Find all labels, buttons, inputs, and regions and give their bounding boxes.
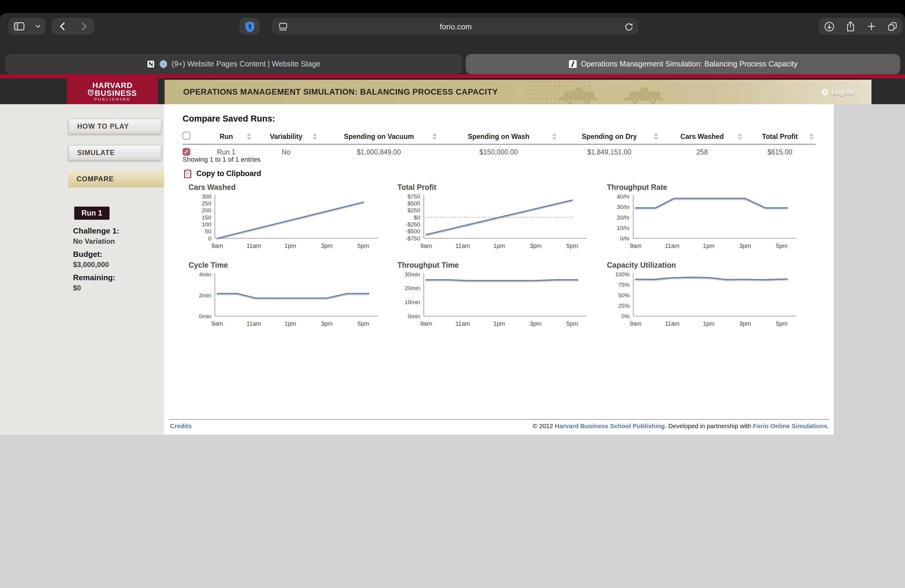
svg-text:1pm: 1pm (703, 320, 714, 327)
logo-line2: BUSINESS (95, 89, 137, 97)
svg-text:3pm: 3pm (740, 243, 751, 249)
svg-text:100: 100 (202, 221, 211, 227)
svg-text:11am: 11am (665, 320, 680, 327)
svg-text:20min: 20min (405, 285, 420, 291)
chart-title: Capacity Utilization (607, 261, 816, 271)
download-icon (824, 21, 834, 32)
sort-arrows-icon[interactable] (313, 133, 317, 140)
share-button[interactable] (841, 18, 859, 35)
svg-text:1pm: 1pm (494, 320, 505, 327)
sort-arrows-icon[interactable] (654, 133, 658, 140)
column-header-run[interactable]: Run (199, 129, 253, 144)
chart-cycle-time: Cycle Time 4min2min0min9am11am1pm3pm5pm (189, 261, 397, 331)
tab-website-stage[interactable]: N (9+) Website Pages Content | Website S… (5, 54, 462, 74)
cars-washed-plot: 3002502001501005009am11am1pm3pm5pm (189, 193, 386, 253)
svg-text:11am: 11am (665, 243, 680, 249)
cycle-time-plot: 4min2min0min9am11am1pm3pm5pm (189, 271, 386, 331)
extension-button[interactable] (240, 18, 260, 35)
sort-arrows-icon[interactable] (552, 133, 557, 140)
chart-title: Cycle Time (189, 261, 397, 271)
svg-text:150: 150 (202, 215, 211, 221)
svg-text:N: N (148, 61, 153, 67)
copy-label: Copy to Clipboard (196, 170, 261, 178)
content-card: Compare Saved Runs: RunVariabilitySpendi… (164, 104, 834, 435)
total-profit-plot: $750$500$250$0-$250-$500-$7509am11am1pm3… (397, 193, 595, 253)
table-header-row: RunVariabilitySpending on VacuumSpending… (183, 129, 816, 144)
svg-text:5pm: 5pm (358, 320, 369, 327)
copyright-prefix: © 2012 (533, 422, 555, 429)
table-cell: No (253, 144, 319, 158)
tab-simulation-active[interactable]: Operations Management Simulation: Balanc… (466, 54, 900, 74)
svg-text:11am: 11am (456, 243, 470, 249)
svg-text:10min: 10min (405, 299, 420, 305)
sort-arrows-icon[interactable] (737, 133, 742, 140)
challenge-value: No Variation (73, 237, 115, 245)
svg-text:0%: 0% (622, 313, 630, 319)
svg-text:250: 250 (202, 200, 211, 207)
forward-icon (81, 22, 86, 30)
forward-button[interactable] (75, 18, 93, 35)
select-all-checkbox[interactable] (183, 132, 191, 140)
credits-link[interactable]: Credits (170, 422, 192, 429)
url-bar[interactable]: forio.com (272, 18, 639, 35)
sidebar-item-how-to-play[interactable]: HOW TO PLAY (68, 119, 162, 134)
forio-icon (568, 60, 577, 68)
svg-text:$250: $250 (408, 207, 420, 213)
share-icon (845, 21, 855, 32)
reload-button[interactable] (619, 18, 637, 35)
copy-to-clipboard-button[interactable]: Copy to Clipboard (184, 169, 261, 178)
svg-text:5pm: 5pm (567, 320, 578, 327)
new-tab-button[interactable] (862, 18, 880, 35)
history-nav-group (51, 18, 95, 35)
svg-text:11am: 11am (247, 243, 261, 249)
toolbar-right-group (819, 18, 903, 35)
nav-label: HOW TO PLAY (77, 123, 129, 130)
downloads-button[interactable] (820, 18, 838, 35)
svg-text:$0: $0 (414, 215, 420, 221)
column-header-spending-on-vacuum[interactable]: Spending on Vacuum (319, 129, 439, 144)
column-header-total-profit[interactable]: Total Profit (744, 129, 816, 144)
harvard-business-publishing-logo: HARVARD BUSINESS PUBLISHING (67, 78, 158, 104)
footer-divider (169, 419, 829, 420)
sidebar-item-compare[interactable]: COMPARE (68, 171, 177, 188)
back-button[interactable] (53, 18, 71, 35)
run-badge: Run 1 (74, 207, 109, 220)
chart-cars-washed: Cars Washed 3002502001501005009am11am1pm… (189, 183, 397, 253)
svg-text:9am: 9am (421, 243, 432, 249)
throughput-time-plot: 30min20min10min0min9am11am1pm3pm5pm (397, 271, 595, 331)
sidebar-toggle-button[interactable] (10, 18, 28, 35)
svg-text:30min: 30min (405, 271, 420, 278)
column-header-cars-washed[interactable]: Cars Washed (660, 129, 744, 144)
svg-text:75%: 75% (618, 282, 630, 288)
sort-arrows-icon[interactable] (247, 133, 251, 140)
sort-arrows-icon[interactable] (432, 133, 437, 140)
svg-text:3pm: 3pm (321, 320, 333, 327)
row-checkbox[interactable]: ✓ (183, 148, 191, 156)
back-icon (60, 22, 65, 30)
page-settings-button[interactable] (274, 18, 292, 35)
url-text[interactable]: forio.com (292, 22, 619, 31)
harvard-shield-icon (88, 90, 94, 96)
table-cell: $150,000.00 (439, 144, 559, 158)
chart-throughput-time: Throughput Time 30min20min10min0min9am11… (397, 261, 607, 331)
section-heading: Compare Saved Runs: (183, 114, 275, 123)
sidebar-menu-button[interactable] (32, 18, 44, 35)
forio-link[interactable]: Forio Online Simulations (753, 422, 827, 429)
column-header-spending-on-dry[interactable]: Spending on Dry (559, 129, 660, 144)
svg-text:1pm: 1pm (284, 243, 296, 249)
svg-text:0/hr: 0/hr (620, 235, 630, 242)
sidebar-item-simulate[interactable]: SIMULATE (68, 145, 162, 161)
gear-icon (821, 88, 829, 95)
logo-line1: HARVARD (92, 81, 133, 89)
logout-button[interactable]: Logout (821, 79, 855, 104)
column-header-variability[interactable]: Variability (253, 129, 319, 144)
svg-text:50: 50 (205, 228, 211, 234)
tab-overview-button[interactable] (883, 18, 901, 35)
sort-arrows-icon[interactable] (809, 133, 814, 140)
svg-text:$750: $750 (408, 194, 420, 200)
table-cell: 258 (660, 144, 744, 158)
hbsp-link[interactable]: Harvard Business School Publishing (555, 422, 665, 429)
column-header-spending-on-wash[interactable]: Spending on Wash (439, 129, 559, 144)
table-summary: Showing 1 to 1 of 1 entries (183, 156, 261, 163)
page-format-icon (279, 22, 287, 30)
